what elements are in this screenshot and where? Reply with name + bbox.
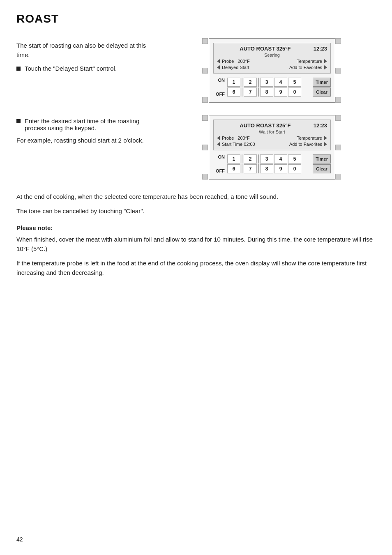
sep3-1 [242, 88, 242, 97]
oven-display-1: AUTO ROAST 325°F 12:23 Searing Probe 200… [213, 43, 331, 74]
side-btn-1c[interactable] [202, 97, 208, 103]
page-number: 42 [16, 536, 23, 543]
side-btn-r2c[interactable] [335, 174, 341, 180]
add-favorites-label-1: Add to Favorites [289, 65, 322, 70]
key-9-1[interactable]: 9 [274, 88, 287, 97]
side-btn-r2a[interactable] [335, 115, 341, 121]
display-info-row-probe-1: Probe 200°F Temperature [217, 59, 327, 64]
section-1-text: The start of roasting can also be delaye… [16, 41, 160, 60]
display-sub-2: Wait for Start [217, 129, 327, 134]
section-2: Enter the desired start time of the roas… [16, 115, 376, 180]
key-1-1[interactable]: 1 [227, 78, 240, 87]
key-6-2[interactable]: 6 [227, 164, 240, 173]
key-4-1[interactable]: 4 [274, 78, 287, 87]
section-2-right: AUTO ROAST 325°F 12:23 Wait for Start Pr… [168, 115, 376, 180]
on-label-1: ON [213, 78, 225, 83]
favorites-arrow-right-1[interactable] [324, 65, 327, 69]
key-8-1[interactable]: 8 [260, 88, 273, 97]
key-6-1[interactable]: 6 [227, 88, 240, 97]
keypad-left-labels-1: ON OFF [213, 78, 225, 97]
keypad-area-2: ON OFF 1 2 3 4 5 [213, 154, 331, 173]
section-3: At the end of cooking, when the selected… [16, 192, 376, 216]
key-3-1[interactable]: 3 [260, 78, 273, 87]
display-title-1: AUTO ROAST 325°F [217, 46, 314, 52]
please-note-text1: When finished, cover the meat with alumi… [16, 235, 376, 254]
sep4-1 [258, 88, 259, 97]
page-title: ROAST [16, 12, 376, 25]
timer-button-2[interactable]: Timer [313, 154, 331, 164]
key-1-2[interactable]: 1 [227, 154, 240, 164]
probe-arrow-left-1[interactable] [217, 59, 220, 63]
side-btn-2a[interactable] [202, 115, 208, 121]
favorites-arrow-right-2[interactable] [324, 142, 327, 146]
section-2-bullet-text: Enter the desired start time of the roas… [25, 117, 160, 131]
bullet-icon-2 [16, 119, 21, 123]
side-btn-1b[interactable] [202, 68, 208, 74]
starttime-arrow-left-2[interactable] [217, 142, 220, 146]
please-note-text2: If the temperature probe is left in the … [16, 258, 376, 278]
section-2-left: Enter the desired start time of the roas… [16, 115, 168, 150]
keypad-row2-1: 6 7 8 9 0 [227, 88, 310, 97]
section-3-text2: The tone can be cancelled by touching "C… [16, 206, 376, 216]
oven-center-1: AUTO ROAST 325°F 12:23 Searing Probe 200… [209, 38, 335, 103]
left-side-buttons-2 [202, 115, 209, 180]
key-7-2[interactable]: 7 [244, 164, 257, 173]
key-8-2[interactable]: 8 [260, 164, 273, 173]
keypad-area-1: ON OFF 1 2 3 4 5 [213, 78, 331, 97]
keypad-right-labels-2: Timer Clear [313, 154, 331, 173]
section-1-left: The start of roasting can also be delaye… [16, 38, 168, 76]
key-3-2[interactable]: 3 [260, 154, 273, 164]
left-side-buttons-1 [202, 38, 209, 103]
key-7-1[interactable]: 7 [244, 88, 257, 97]
display-time-2: 12:23 [314, 122, 327, 129]
keypad-left-labels-2: ON OFF [213, 154, 225, 173]
key-0-2[interactable]: 0 [288, 164, 301, 173]
section-1-bullet: Touch the "Delayed Start" control. [16, 65, 160, 72]
title-divider [16, 29, 376, 29]
temp-arrow-right-2[interactable] [324, 136, 327, 140]
side-btn-2b[interactable] [202, 145, 208, 150]
bullet-icon-1 [16, 67, 21, 71]
side-btn-2c[interactable] [202, 174, 208, 180]
section-2-bullet: Enter the desired start time of the roas… [16, 117, 160, 131]
key-2-2[interactable]: 2 [244, 154, 257, 164]
temp-label-2: Temperature [297, 136, 322, 140]
display-info-row-probe-2: Probe 200°F Temperature [217, 136, 327, 140]
clear-button-1[interactable]: Clear [313, 88, 331, 97]
probe-label-1: Probe [222, 59, 234, 64]
section-1-bullet-text: Touch the "Delayed Start" control. [25, 65, 117, 72]
sep1-2 [242, 154, 242, 164]
display-probe-left-2: Probe 200°F [217, 136, 250, 140]
side-btn-r1b[interactable] [335, 68, 341, 74]
display-info-row-delayed-1: Delayed Start Add to Favorites [217, 65, 327, 70]
side-btn-r1c[interactable] [335, 97, 341, 103]
timer-button-1[interactable]: Timer [313, 78, 331, 87]
probe-arrow-left-2[interactable] [217, 136, 220, 140]
clear-button-2[interactable]: Clear [313, 164, 331, 173]
display-favorites-right-2: Add to Favorites [289, 142, 327, 147]
display-favorites-right-1: Add to Favorites [289, 65, 327, 70]
temp-arrow-right-1[interactable] [324, 59, 327, 63]
key-0-1[interactable]: 0 [288, 88, 301, 97]
key-5-2[interactable]: 5 [288, 154, 301, 164]
sep2-1 [258, 78, 259, 87]
probe-label-2: Probe [222, 136, 234, 140]
keypad-grid-1: 1 2 3 4 5 6 7 8 [227, 78, 310, 97]
oven-center-2: AUTO ROAST 325°F 12:23 Wait for Start Pr… [209, 115, 335, 180]
section-1-right: AUTO ROAST 325°F 12:23 Searing Probe 200… [168, 38, 376, 103]
side-btn-r2b[interactable] [335, 145, 341, 150]
key-5-1[interactable]: 5 [288, 78, 301, 87]
side-btn-1a[interactable] [202, 38, 208, 44]
keypad-right-labels-1: Timer Clear [313, 78, 331, 97]
side-btn-r1a[interactable] [335, 38, 341, 44]
display-temp-right-1: Temperature [297, 59, 327, 64]
key-4-2[interactable]: 4 [274, 154, 287, 164]
off-label-1: OFF [213, 92, 225, 97]
display-time-1: 12:23 [314, 46, 327, 52]
probe-value-2: 200°F [238, 136, 249, 140]
key-2-1[interactable]: 2 [244, 78, 257, 87]
section-2-text1: For example, roasting should start at 2 … [16, 136, 160, 145]
key-9-2[interactable]: 9 [274, 164, 287, 173]
sep1-1 [242, 78, 242, 87]
delayed-arrow-left-1[interactable] [217, 65, 220, 69]
